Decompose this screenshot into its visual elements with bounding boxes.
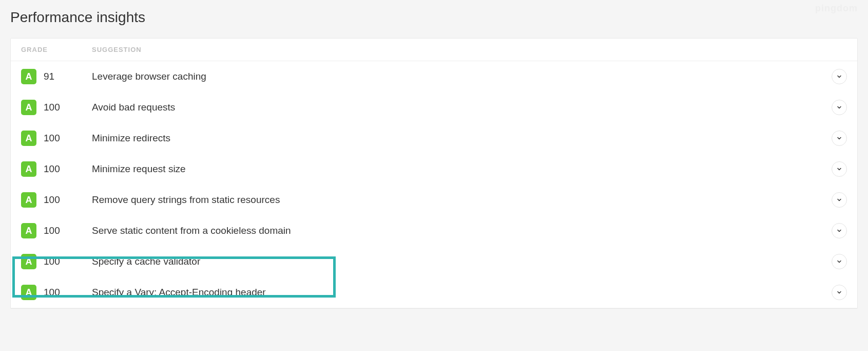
- suggestion-text: Minimize redirects: [92, 133, 832, 144]
- grade-cell: A100: [21, 254, 92, 269]
- table-header: GRADE SUGGESTION: [11, 39, 857, 61]
- grade-score: 91: [44, 71, 54, 82]
- grade-cell: A91: [21, 69, 92, 84]
- table-row[interactable]: A100Avoid bad requests: [11, 92, 857, 123]
- expand-button[interactable]: [832, 131, 847, 146]
- expand-button[interactable]: [832, 100, 847, 115]
- page-title: Performance insights: [10, 9, 858, 26]
- grade-score: 100: [44, 225, 60, 236]
- grade-score: 100: [44, 133, 60, 144]
- expand-button[interactable]: [832, 69, 847, 84]
- grade-badge: A: [21, 192, 36, 208]
- suggestion-text: Specify a cache validator: [92, 256, 832, 267]
- suggestion-text: Avoid bad requests: [92, 102, 832, 113]
- watermark: pingdom: [815, 3, 858, 14]
- suggestion-text: Serve static content from a cookieless d…: [92, 225, 832, 236]
- grade-cell: A100: [21, 161, 92, 177]
- table-row[interactable]: A100Minimize request size: [11, 154, 857, 184]
- grade-badge: A: [21, 161, 36, 177]
- grade-badge: A: [21, 100, 36, 115]
- table-row[interactable]: A100Specify a cache validator: [11, 246, 857, 277]
- chevron-down-icon: [836, 228, 842, 234]
- expand-button[interactable]: [832, 161, 847, 177]
- suggestion-text: Remove query strings from static resourc…: [92, 194, 832, 206]
- grade-cell: A100: [21, 192, 92, 208]
- table-row[interactable]: A91Leverage browser caching: [11, 61, 857, 92]
- insights-container: Performance insights GRADE SUGGESTION A9…: [0, 0, 868, 319]
- grade-score: 100: [44, 102, 60, 113]
- suggestion-text: Specify a Vary: Accept-Encoding header: [92, 287, 832, 298]
- grade-badge: A: [21, 223, 36, 238]
- grade-cell: A100: [21, 223, 92, 238]
- expand-button[interactable]: [832, 254, 847, 269]
- table-row[interactable]: A100Specify a Vary: Accept-Encoding head…: [11, 277, 857, 308]
- expand-button[interactable]: [832, 223, 847, 238]
- table-row[interactable]: A100Serve static content from a cookiele…: [11, 215, 857, 246]
- grade-score: 100: [44, 256, 60, 267]
- chevron-down-icon: [836, 289, 842, 295]
- suggestion-text: Minimize request size: [92, 163, 832, 175]
- chevron-down-icon: [836, 197, 842, 203]
- grade-score: 100: [44, 163, 60, 175]
- insights-table: GRADE SUGGESTION A91Leverage browser cac…: [10, 38, 858, 309]
- grade-score: 100: [44, 287, 60, 298]
- table-row[interactable]: A100Minimize redirects: [11, 123, 857, 154]
- chevron-down-icon: [836, 166, 842, 172]
- suggestion-text: Leverage browser caching: [92, 71, 832, 82]
- col-header-grade: GRADE: [21, 46, 92, 53]
- col-header-suggestion: SUGGESTION: [92, 46, 847, 53]
- grade-cell: A100: [21, 131, 92, 146]
- grade-cell: A100: [21, 285, 92, 300]
- grade-score: 100: [44, 194, 60, 206]
- grade-badge: A: [21, 69, 36, 84]
- chevron-down-icon: [836, 73, 842, 80]
- grade-badge: A: [21, 254, 36, 269]
- grade-badge: A: [21, 285, 36, 300]
- table-row[interactable]: A100Remove query strings from static res…: [11, 184, 857, 215]
- expand-button[interactable]: [832, 192, 847, 208]
- chevron-down-icon: [836, 135, 842, 141]
- grade-badge: A: [21, 131, 36, 146]
- chevron-down-icon: [836, 104, 842, 110]
- expand-button[interactable]: [832, 285, 847, 300]
- grade-cell: A100: [21, 100, 92, 115]
- chevron-down-icon: [836, 258, 842, 265]
